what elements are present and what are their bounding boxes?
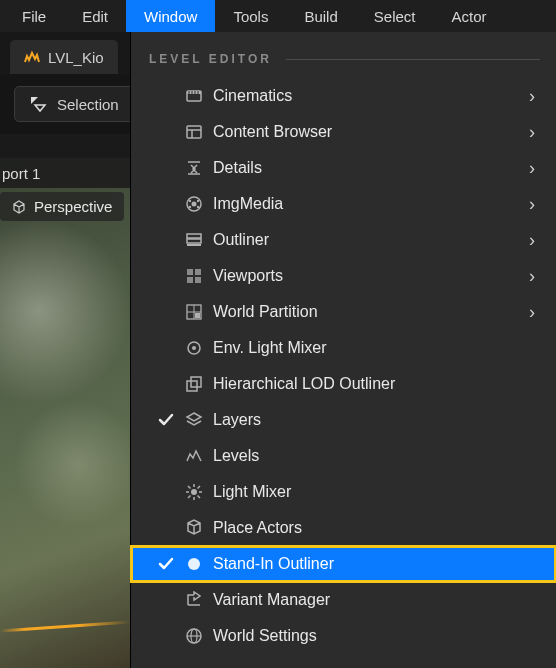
menu-item-levels[interactable]: Levels [131,438,556,474]
menu-item-label: Env. Light Mixer [209,339,544,357]
menu-item-place-actors[interactable]: Place Actors [131,510,556,546]
menu-item-label: ImgMedia [209,195,520,213]
env-light-mixer-icon [179,339,209,357]
world-settings-icon [179,627,209,645]
menu-build[interactable]: Build [286,0,355,32]
perspective-button[interactable]: Perspective [0,192,124,221]
menu-item-label: Content Browser [209,123,520,141]
selection-mode-label: Selection [57,96,119,113]
menu-file[interactable]: File [4,0,64,32]
dropdown-list: Cinematics›Content Browser›Details›ImgMe… [131,78,556,654]
menu-item-details[interactable]: Details› [131,150,556,186]
menu-item-label: World Partition [209,303,520,321]
hlod-outliner-icon [179,375,209,393]
menu-item-label: Layers [209,411,544,429]
chevron-right-icon: › [520,158,544,179]
dropdown-section-header: LEVEL EDITOR [131,32,556,78]
chevron-right-icon: › [520,122,544,143]
outliner-icon [179,231,209,249]
menu-item-label: Variant Manager [209,591,544,609]
check-icon [157,411,175,429]
menu-item-light-mixer[interactable]: Light Mixer [131,474,556,510]
check-column [153,555,179,573]
menu-item-label: World Settings [209,627,544,645]
imgmedia-icon [179,195,209,213]
menu-item-label: Levels [209,447,544,465]
menu-item-env-light-mixer[interactable]: Env. Light Mixer [131,330,556,366]
menubar: File Edit Window Tools Build Select Acto… [0,0,556,32]
menu-window[interactable]: Window [126,0,215,32]
chevron-right-icon: › [520,266,544,287]
level-tab-label: LVL_Kio [48,49,104,66]
viewport-tab[interactable]: port 1 [0,158,130,188]
menu-actor[interactable]: Actor [433,0,504,32]
menu-item-viewports[interactable]: Viewports› [131,258,556,294]
place-actors-icon [179,519,209,537]
menu-item-label: Hierarchical LOD Outliner [209,375,544,393]
menu-item-label: Cinematics [209,87,520,105]
layers-icon [179,411,209,429]
menu-select[interactable]: Select [356,0,434,32]
dropdown-section-label: LEVEL EDITOR [149,52,272,66]
cube-icon [12,200,26,214]
light-mixer-icon [179,483,209,501]
menu-item-world-settings[interactable]: World Settings [131,618,556,654]
menu-edit[interactable]: Edit [64,0,126,32]
menu-item-stand-in-outliner[interactable]: Stand-In Outliner [131,546,556,582]
check-column [153,411,179,429]
menu-item-label: Viewports [209,267,520,285]
menu-item-label: Place Actors [209,519,544,537]
world-partition-icon [179,303,209,321]
chevron-right-icon: › [520,302,544,323]
menu-item-variant-manager[interactable]: Variant Manager [131,582,556,618]
level-tab[interactable]: LVL_Kio [10,40,118,74]
variant-manager-icon [179,591,209,609]
menu-item-content-browser[interactable]: Content Browser› [131,114,556,150]
chevron-right-icon: › [520,86,544,107]
check-icon [157,555,175,573]
menu-item-world-partition[interactable]: World Partition› [131,294,556,330]
menu-item-label: Details [209,159,520,177]
details-icon [179,159,209,177]
menu-tools[interactable]: Tools [215,0,286,32]
cinematics-icon [179,87,209,105]
menu-item-hierarchical-lod-outliner[interactable]: Hierarchical LOD Outliner [131,366,556,402]
content-browser-icon [179,123,209,141]
viewports-icon [179,267,209,285]
chevron-right-icon: › [520,194,544,215]
menu-item-label: Light Mixer [209,483,544,501]
chevron-right-icon: › [520,230,544,251]
menu-item-imgmedia[interactable]: ImgMedia› [131,186,556,222]
menu-item-label: Outliner [209,231,520,249]
viewport-canvas[interactable] [0,158,130,668]
standin-outliner-icon [179,555,209,573]
levels-icon [179,447,209,465]
perspective-label: Perspective [34,198,112,215]
menu-item-label: Stand-In Outliner [209,555,544,573]
dropdown-section-rule [286,59,540,60]
menu-item-cinematics[interactable]: Cinematics› [131,78,556,114]
selection-mode-button[interactable]: Selection [14,86,134,122]
level-icon [24,50,40,64]
window-menu-dropdown: LEVEL EDITOR Cinematics›Content Browser›… [130,32,556,668]
menu-item-layers[interactable]: Layers [131,402,556,438]
menu-item-outliner[interactable]: Outliner› [131,222,556,258]
cursor-box-icon [29,95,47,113]
